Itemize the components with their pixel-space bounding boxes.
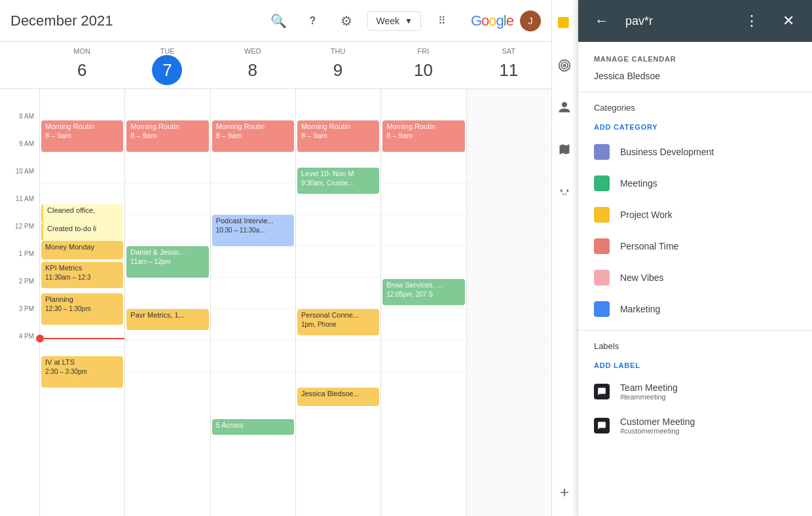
category-item-marketing[interactable]: Marketing <box>594 293 796 325</box>
svg-point-2 <box>561 62 568 69</box>
label-item-customer-meeting[interactable]: Customer Meeting #customermeeting <box>594 409 796 443</box>
avatar[interactable]: J <box>520 10 541 31</box>
calendar-grid: 8 AM 9 AM 10 AM 11 AM 12 PM 1 PM 2 PM 3 … <box>0 89 551 516</box>
event-pavr-metrics[interactable]: Pavr Metrics, 1... <box>126 309 208 330</box>
label-icon-team-meeting <box>594 384 610 399</box>
category-color-meetings <box>594 175 610 191</box>
categories-section: Categories ADD CATEGORY Business Develop… <box>578 92 812 325</box>
category-name-project-work: Project Work <box>620 210 673 220</box>
apps-grid-button[interactable]: ⠿ <box>429 8 455 34</box>
chevron-down-icon: ▼ <box>405 16 413 26</box>
label-item-team-meeting[interactable]: Team Meeting #teammeeting <box>594 375 796 409</box>
time-gutter-header <box>0 42 39 90</box>
time-9am: 9 AM <box>0 140 39 172</box>
back-button[interactable]: ← <box>589 8 615 34</box>
grid-columns: Morning Routin8 – 9am Cleaned office, Cr… <box>39 89 551 516</box>
time-3pm: 3 PM <box>0 305 39 337</box>
view-selector[interactable]: Week ▼ <box>367 11 420 31</box>
category-item-meetings[interactable]: Meetings <box>594 168 796 199</box>
event-five-across[interactable]: 5 Across <box>212 419 294 435</box>
time-8am: 8 AM <box>0 113 39 144</box>
google-logo: Google <box>471 12 513 29</box>
panel-title: pav*r <box>625 14 728 28</box>
category-color-marketing <box>594 301 610 317</box>
label-name-team-meeting: Team Meeting <box>620 382 678 393</box>
day-headers: MON 6 TUE 7 WED 8 THU 9 FRI 10 SAT 11 <box>0 42 551 89</box>
event-money-monday[interactable]: Money Monday <box>41 241 123 259</box>
search-button[interactable]: 🔍 <box>265 8 291 34</box>
event-morning-routine-wed[interactable]: Morning Routin8 – 9am <box>212 120 294 152</box>
label-info-team-meeting: Team Meeting #teammeeting <box>620 382 678 401</box>
day-header-sat[interactable]: SAT 11 <box>466 42 551 90</box>
more-options-button[interactable]: ⋮ <box>739 8 765 34</box>
close-button[interactable]: ✕ <box>775 8 802 34</box>
category-name-personal-time: Personal Time <box>620 241 678 251</box>
event-morning-routine-tue[interactable]: Morning Routin8 – 9am <box>126 120 208 152</box>
owner-name: Jessica Bledsoe <box>578 65 812 92</box>
day-col-mon: Morning Routin8 – 9am Cleaned office, Cr… <box>39 89 124 516</box>
event-brow-services[interactable]: Brow Services, ...12:05pm, 207 S <box>382 279 464 305</box>
day-header-fri[interactable]: FRI 10 <box>380 42 466 90</box>
time-1pm: 1 PM <box>0 250 39 282</box>
category-name-meetings: Meetings <box>620 178 657 189</box>
sidebar-icon-add[interactable] <box>551 479 578 506</box>
add-label-button[interactable]: ADD LABEL <box>594 356 796 375</box>
day-col-sat <box>466 89 551 516</box>
event-morning-routine-thu[interactable]: Morning Routin8 – 9am <box>297 120 379 152</box>
time-2pm: 2 PM <box>0 278 39 309</box>
sidebar-icon-target[interactable] <box>551 52 578 79</box>
event-level10[interactable]: Level 10- Non M9:30am, Crushe... <box>297 168 379 194</box>
calendar-area: December 2021 🔍 ? ⚙ Week ▼ ⠿ Google J MO… <box>0 0 551 516</box>
category-item-new-vibes[interactable]: New Vibes <box>594 262 796 293</box>
day-header-tue[interactable]: TUE 7 <box>124 42 210 90</box>
day-header-thu[interactable]: THU 9 <box>295 42 380 90</box>
event-morning-routine-mon[interactable]: Morning Routin8 – 9am <box>41 120 123 152</box>
label-info-customer-meeting: Customer Meeting #customermeeting <box>620 416 695 435</box>
sidebar-icon-magic[interactable] <box>551 178 578 204</box>
event-morning-routine-fri[interactable]: Morning Routin8 – 9am <box>382 120 464 152</box>
label-name-customer-meeting: Customer Meeting <box>620 416 695 427</box>
day-col-thu: Morning Routin8 – 9am Level 10- Non M9:3… <box>295 89 380 516</box>
event-created-todo[interactable]: Created to-do li <box>41 223 123 241</box>
header-icons: 🔍 ? ⚙ Week ▼ ⠿ <box>265 8 454 34</box>
category-name-marketing: Marketing <box>620 304 660 314</box>
event-podcast-interview[interactable]: Podcast Intervie...10:30 – 11:30a... <box>212 215 294 246</box>
day-col-tue: Morning Routin8 – 9am Daniel & Jessic...… <box>124 89 210 516</box>
sidebar-icon-person[interactable] <box>551 94 578 120</box>
time-11am: 11 AM <box>0 195 39 227</box>
category-item-business-development[interactable]: Business Development <box>594 136 796 168</box>
labels-header: Labels <box>594 331 796 356</box>
sidebar-icons <box>551 0 578 516</box>
sidebar-icon-map[interactable] <box>551 136 578 162</box>
day-col-fri: Morning Routin8 – 9am Brow Services, ...… <box>380 89 466 516</box>
panel-body: MANAGE CALENDAR Jessica Bledsoe Categori… <box>578 42 812 516</box>
event-cleaned-office[interactable]: Cleaned office, <box>41 204 123 223</box>
time-10am: 10 AM <box>0 168 39 199</box>
event-kpi-metrics[interactable]: KPI Metrics11:30am – 12:3 <box>41 262 123 288</box>
category-name-business-development: Business Development <box>620 147 714 157</box>
sidebar-icon-star[interactable] <box>551 10 578 37</box>
svg-point-3 <box>564 64 566 66</box>
time-gutter: 8 AM 9 AM 10 AM 11 AM 12 PM 1 PM 2 PM 3 … <box>0 89 39 516</box>
event-jessica-bledsoe[interactable]: Jessica Bledsoe... <box>297 388 379 406</box>
category-item-project-work[interactable]: Project Work <box>594 199 796 230</box>
current-time-indicator <box>40 335 124 342</box>
svg-rect-0 <box>558 17 569 28</box>
day-header-mon[interactable]: MON 6 <box>39 42 124 90</box>
manage-calendar-panel: ← pav*r ⋮ ✕ MANAGE CALENDAR Jessica Bled… <box>578 0 812 516</box>
event-daniel-jessica[interactable]: Daniel & Jessic...11am – 12pm <box>126 246 208 278</box>
day-col-wed: Morning Routin8 – 9am Podcast Intervie..… <box>210 89 295 516</box>
add-category-button[interactable]: ADD CATEGORY <box>594 118 796 136</box>
category-color-project-work <box>594 207 610 223</box>
category-name-new-vibes: New Vibes <box>620 272 664 283</box>
help-button[interactable]: ? <box>299 8 325 34</box>
settings-button[interactable]: ⚙ <box>333 8 360 34</box>
label-tag-team-meeting: #teammeeting <box>620 393 678 401</box>
event-planning[interactable]: Planning12:30 – 1:30pm <box>41 293 123 325</box>
event-personal-conne[interactable]: Personal Conne...1pm, Phone <box>297 309 379 335</box>
label-icon-customer-meeting <box>594 418 610 433</box>
label-tag-customer-meeting: #customermeeting <box>620 427 695 435</box>
event-iv-at-lts[interactable]: IV at LTS2:30 – 3:30pm <box>41 356 123 388</box>
category-item-personal-time[interactable]: Personal Time <box>594 230 796 262</box>
day-header-wed[interactable]: WED 8 <box>210 42 295 90</box>
